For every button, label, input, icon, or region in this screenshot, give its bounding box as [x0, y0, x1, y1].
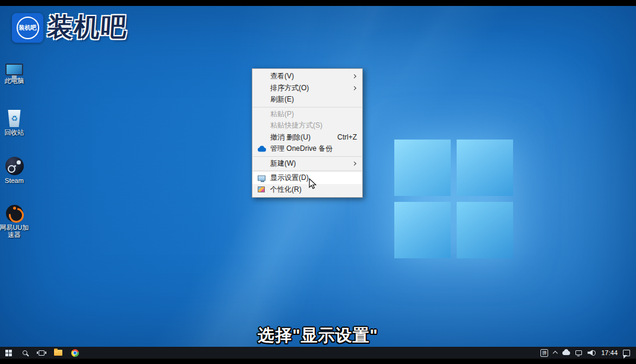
show-hidden-icons-button[interactable]	[553, 350, 557, 355]
search-icon	[23, 350, 27, 355]
windows-start-icon	[5, 350, 12, 356]
menu-item-undo-delete[interactable]: 撤消 删除(U) Ctrl+Z	[252, 132, 362, 144]
windows-logo-pane	[457, 202, 513, 258]
windows-logo-pane	[394, 140, 451, 196]
system-tray: 拼 17:44	[540, 349, 636, 357]
menu-item-label: 显示设置(D)	[270, 173, 309, 183]
brand-badge-ring: 装机吧	[17, 17, 39, 39]
speaker-icon	[587, 350, 593, 356]
menu-item-label: 排序方式(O)	[270, 83, 309, 93]
menu-separator	[253, 170, 362, 171]
recycle-bin-icon: ♻	[0, 107, 31, 127]
cloud-icon	[562, 351, 570, 355]
desktop-context-menu: 查看(V) 排序方式(O) 刷新(E) 粘贴(P) 粘贴快捷方式(S) 撤消 删…	[252, 68, 363, 198]
steam-icon	[0, 155, 31, 175]
menu-item-label: 新建(W)	[270, 159, 296, 169]
display-settings-icon	[258, 175, 265, 181]
start-button[interactable]	[0, 347, 17, 359]
brand-badge-text: 装机吧	[19, 24, 37, 32]
menu-item-label: 撤消 删除(U)	[270, 132, 311, 143]
network-icon	[575, 350, 582, 355]
letterbox-bottom	[0, 359, 636, 364]
subtitle-caption: 选择"显示设置"	[0, 324, 636, 347]
desktop-icon-label: Steam	[0, 177, 31, 184]
action-center-icon	[623, 350, 630, 356]
taskbar-left	[0, 347, 83, 359]
submenu-chevron-icon	[352, 162, 356, 166]
brand-title: 装机吧	[46, 13, 128, 40]
action-center-button[interactable]	[623, 350, 630, 356]
brand-logo: 装机吧 装机吧	[12, 13, 128, 43]
menu-item-label: 个性化(R)	[270, 185, 302, 195]
menu-separator	[253, 107, 362, 107]
chrome-button[interactable]	[67, 347, 83, 359]
onedrive-cloud-icon	[258, 147, 266, 151]
speaker-wave-icon	[593, 350, 596, 356]
submenu-chevron-icon	[352, 86, 356, 90]
this-pc-icon	[0, 55, 31, 75]
task-view-icon	[39, 350, 45, 356]
menu-item-sort-by[interactable]: 排序方式(O)	[252, 83, 362, 94]
menu-item-label: 刷新(E)	[270, 94, 294, 105]
mouse-cursor	[309, 178, 317, 190]
desktop-icon-steam[interactable]: Steam	[0, 155, 31, 184]
file-explorer-button[interactable]	[50, 347, 67, 359]
menu-item-display-settings[interactable]: 显示设置(D)	[252, 172, 362, 184]
windows-logo	[394, 140, 513, 258]
personalize-icon	[258, 186, 265, 192]
menu-item-view[interactable]: 查看(V)	[252, 71, 362, 83]
chevron-up-icon	[553, 351, 558, 356]
desktop-icon-recycle-bin[interactable]: ♻ 回收站	[0, 107, 31, 136]
submenu-chevron-icon	[352, 74, 356, 78]
menu-item-label: 管理 OneDrive 备份	[270, 144, 333, 154]
clock[interactable]: 17:44	[601, 349, 618, 356]
menu-item-manage-onedrive-backup[interactable]: 管理 OneDrive 备份	[252, 143, 362, 155]
menu-item-paste-shortcut: 粘贴快捷方式(S)	[252, 120, 362, 132]
search-button[interactable]	[17, 347, 33, 359]
screen: 装机吧 装机吧 此电脑 ♻ 回收站 Steam 网易UU加速器 查看(V)	[0, 0, 636, 364]
desktop-icon-this-pc[interactable]: 此电脑	[0, 55, 31, 84]
netease-uu-icon	[0, 202, 31, 222]
menu-item-personalize[interactable]: 个性化(R)	[252, 184, 362, 196]
menu-item-label: 查看(V)	[270, 71, 294, 81]
volume-tray-button[interactable]	[587, 350, 596, 356]
ime-indicator[interactable]: 拼	[540, 349, 548, 357]
onedrive-tray-button[interactable]	[562, 351, 570, 355]
task-view-button[interactable]	[33, 347, 50, 359]
windows-logo-pane	[457, 140, 513, 196]
letterbox-top	[0, 0, 636, 6]
menu-separator	[253, 156, 362, 157]
taskbar: 拼 17:44	[0, 347, 636, 359]
desktop-icon-netease-uu[interactable]: 网易UU加速器	[0, 202, 31, 238]
folder-icon	[54, 350, 62, 356]
menu-item-paste: 粘贴(P)	[252, 109, 362, 121]
brand-badge-icon: 装机吧	[12, 13, 43, 43]
desktop-icon-label: 网易UU加速器	[0, 224, 31, 238]
menu-item-label: 粘贴快捷方式(S)	[270, 121, 322, 131]
network-tray-button[interactable]	[575, 350, 582, 355]
menu-item-label: 粘贴(P)	[270, 109, 294, 119]
desktop-icon-label: 回收站	[0, 129, 31, 136]
windows-logo-pane	[394, 202, 451, 258]
menu-item-refresh[interactable]: 刷新(E)	[252, 94, 362, 106]
menu-item-shortcut: Ctrl+Z	[337, 133, 357, 141]
menu-item-new[interactable]: 新建(W)	[252, 158, 362, 170]
chrome-icon	[71, 349, 79, 357]
